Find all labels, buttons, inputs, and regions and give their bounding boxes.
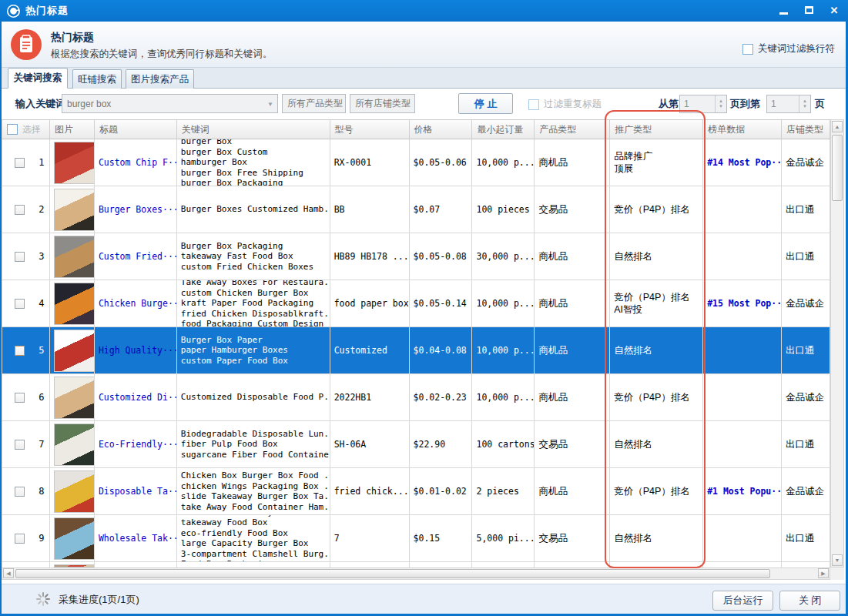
product-thumbnail[interactable] bbox=[54, 283, 95, 325]
to-page-spinner[interactable]: 1▲▼ bbox=[766, 95, 811, 113]
vertical-scrollbar[interactable]: ▲ ▼ bbox=[830, 119, 844, 567]
promo-type-cell: 竞价（P4P）排名 bbox=[610, 468, 703, 514]
row-checkbox[interactable] bbox=[15, 252, 25, 262]
product-type-value: 商机品 bbox=[538, 250, 609, 263]
keyword-combobox[interactable]: burger box▼ bbox=[62, 94, 278, 113]
spinner-arrows-icon[interactable]: ▲▼ bbox=[799, 95, 810, 112]
horizontal-scrollbar[interactable]: ◀ ▶ bbox=[2, 567, 830, 580]
table-row[interactable]: 5High Quality···Burger Box Paperpaper Ha… bbox=[2, 327, 830, 374]
shop-type-value: 出口通 bbox=[786, 532, 830, 544]
row-checkbox[interactable] bbox=[15, 534, 25, 544]
tab-keyword-search[interactable]: 关键词搜索 bbox=[8, 68, 68, 89]
close-dialog-button[interactable]: 关 闭 bbox=[779, 591, 840, 611]
row-checkbox[interactable] bbox=[15, 440, 25, 450]
product-thumbnail[interactable] bbox=[54, 517, 95, 560]
product-type-value: 商机品 bbox=[538, 156, 609, 169]
scroll-down-arrow-icon[interactable]: ▼ bbox=[832, 554, 843, 566]
rank-data-link[interactable]: #1 Most Popu··· bbox=[707, 486, 781, 497]
row-checkbox[interactable] bbox=[15, 346, 25, 356]
close-button[interactable]: ✕ bbox=[825, 2, 843, 18]
scroll-up-arrow-icon[interactable]: ▲ bbox=[832, 121, 843, 132]
row-number: 8 bbox=[39, 486, 44, 497]
title-link[interactable]: Custom Fried··· bbox=[99, 251, 176, 262]
moq-cell: 2 pieces bbox=[472, 468, 535, 514]
row-checkbox[interactable] bbox=[15, 205, 25, 215]
run-in-background-button[interactable]: 后台运行 bbox=[712, 591, 773, 611]
row-checkbox[interactable] bbox=[15, 299, 25, 309]
title-link[interactable]: Customized Di··· bbox=[99, 392, 176, 403]
table-row-partial[interactable] bbox=[2, 562, 830, 567]
column-header-keywords[interactable]: 关键词 bbox=[177, 120, 330, 139]
title-link[interactable]: Disposable Ta··· bbox=[99, 486, 176, 497]
scroll-right-arrow-icon[interactable]: ▶ bbox=[818, 568, 829, 578]
select-all-checkbox[interactable] bbox=[7, 124, 18, 135]
product-thumbnail[interactable] bbox=[54, 424, 95, 466]
row-checkbox[interactable] bbox=[15, 158, 25, 168]
shop-type-cell: 金品诚企 bbox=[782, 280, 830, 326]
table-row[interactable]: 1Custom Chip F···burger Boxburger Box Cu… bbox=[2, 139, 830, 186]
table-row[interactable]: 8Disposable Ta···Chicken Box Burger Box … bbox=[2, 468, 830, 515]
moq-value: 5,000 pi... bbox=[476, 533, 534, 544]
title-cell: Custom Chip F··· bbox=[95, 139, 177, 186]
table-row[interactable]: 4Chicken Burge···Take Away Boxes For Res… bbox=[2, 280, 830, 327]
page-subtitle: 根据您搜索的关键词，查询优秀同行标题和关键词。 bbox=[51, 48, 273, 61]
tab-shop-search[interactable]: 旺铺搜索 bbox=[72, 69, 122, 89]
column-header-select[interactable]: 选择 bbox=[2, 120, 50, 139]
keyword-line: takeaway Food Box bbox=[181, 517, 330, 528]
stop-button[interactable]: 停 止 bbox=[458, 93, 513, 114]
minimize-button[interactable] bbox=[774, 2, 793, 18]
title-link[interactable]: Eco-Friendly··· bbox=[99, 439, 176, 450]
from-page-spinner[interactable]: 1▲▼ bbox=[679, 95, 727, 113]
table-row[interactable]: 2Burger Boxes···Burger Boxes Customized … bbox=[2, 186, 830, 233]
spinner-arrows-icon[interactable]: ▲▼ bbox=[715, 95, 726, 112]
product-thumbnail[interactable] bbox=[54, 142, 95, 184]
column-header-rank-data[interactable]: 榜单数据 bbox=[703, 120, 782, 139]
keyword-input-label: 输入关键词: bbox=[15, 97, 69, 111]
row-checkbox[interactable] bbox=[15, 393, 25, 403]
column-header-shop-type[interactable]: 店铺类型 bbox=[782, 120, 830, 139]
maximize-button[interactable] bbox=[799, 2, 818, 18]
product-type-dropdown[interactable]: 所有产品类型▼ bbox=[282, 94, 346, 113]
keywords-cell: Chicken Box Burger Box Food ...chicken W… bbox=[177, 468, 330, 514]
title-link[interactable]: Wholesale Tak··· bbox=[99, 533, 176, 544]
column-header-price[interactable]: 价格 bbox=[410, 120, 473, 139]
column-header-model[interactable]: 型号 bbox=[330, 120, 410, 139]
shop-type-dropdown[interactable]: 所有店铺类型▼ bbox=[350, 94, 415, 113]
title-link[interactable]: High Quality··· bbox=[99, 345, 176, 356]
column-header-product-type[interactable]: 产品类型 bbox=[535, 120, 610, 139]
tab-image-search[interactable]: 图片搜索产品 bbox=[126, 69, 194, 89]
title-link[interactable]: Custom Chip F··· bbox=[99, 157, 176, 168]
rank-data-link[interactable]: #15 Most Pop··· bbox=[707, 298, 781, 309]
table-row[interactable]: 3Custom Fried···Burger Box Packagingtake… bbox=[2, 233, 830, 280]
progress-spinner-icon bbox=[35, 591, 51, 607]
product-thumbnail[interactable] bbox=[54, 377, 95, 419]
table-row[interactable]: 9Wholesale Tak···wholesale Takeaway Food… bbox=[2, 515, 830, 562]
column-header-moq[interactable]: 最小起订量 bbox=[472, 120, 535, 139]
vertical-scrollbar-thumb[interactable] bbox=[832, 135, 843, 201]
keyword-linebreak-filter-checkbox[interactable] bbox=[742, 44, 753, 55]
product-thumbnail[interactable] bbox=[54, 470, 95, 513]
model-value: RX-0001 bbox=[334, 157, 409, 168]
keyword-line: hamburger Box bbox=[181, 157, 330, 168]
product-thumbnail[interactable] bbox=[54, 236, 95, 278]
horizontal-scrollbar-thumb[interactable] bbox=[15, 569, 770, 578]
rank-data-link[interactable]: #14 Most Pop··· bbox=[707, 157, 781, 168]
moq-value: 30,000 p... bbox=[476, 251, 534, 262]
product-thumbnail[interactable] bbox=[54, 189, 95, 231]
moq-value: 10,000 p... bbox=[476, 345, 534, 356]
title-link[interactable]: Chicken Burge··· bbox=[99, 298, 176, 309]
title-cell: Eco-Friendly··· bbox=[95, 421, 177, 467]
column-header-image[interactable]: 图片 bbox=[50, 120, 95, 139]
table-row[interactable]: 7Eco-Friendly···Biodegradable Disposable… bbox=[2, 421, 830, 468]
keyword-line: large Capacity Burger Box bbox=[181, 538, 330, 549]
keyword-line: custom Fried Chicken Boxes bbox=[181, 262, 330, 273]
title-link[interactable]: Burger Boxes··· bbox=[99, 204, 176, 215]
column-header-promo-type[interactable]: 推广类型 bbox=[610, 120, 703, 139]
page-title: 热门标题 bbox=[51, 31, 94, 45]
row-checkbox[interactable] bbox=[15, 487, 25, 497]
column-header-title[interactable]: 标题 bbox=[95, 120, 177, 139]
dedupe-checkbox[interactable] bbox=[528, 99, 539, 110]
product-thumbnail[interactable] bbox=[54, 330, 95, 372]
table-row[interactable]: 6Customized Di···Customized Disposable F… bbox=[2, 374, 830, 421]
scroll-left-arrow-icon[interactable]: ◀ bbox=[3, 568, 14, 578]
